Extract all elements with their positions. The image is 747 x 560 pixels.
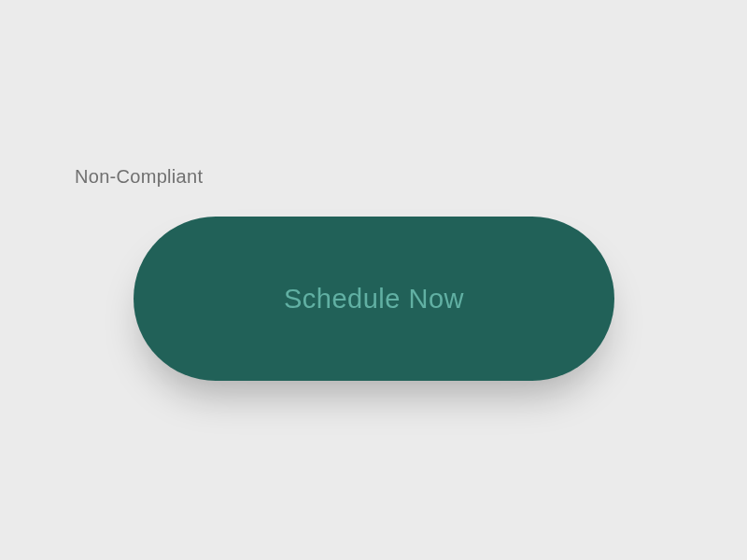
schedule-now-button[interactable]: Schedule Now	[134, 217, 614, 381]
schedule-now-button-label: Schedule Now	[284, 284, 464, 315]
compliance-label: Non-Compliant	[75, 166, 203, 188]
